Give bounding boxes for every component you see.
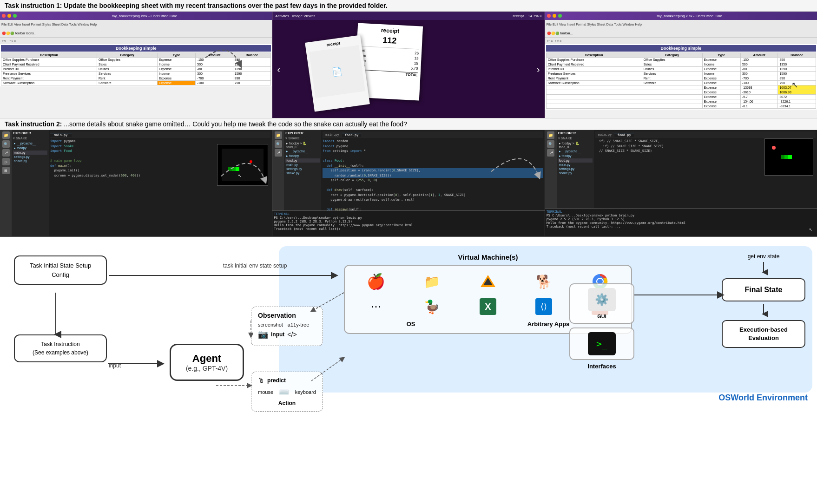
spreadsheet-table-2: DescriptionCategoryTypeAmountBalance Off… (546, 52, 816, 109)
terminal-icon: >_ (588, 332, 616, 355)
file-pycache-2[interactable]: ▸ __pycache__ (285, 149, 320, 154)
git-icon-2[interactable]: ⎇ (275, 149, 282, 157)
file-snakepy-2[interactable]: snake.py (285, 171, 320, 175)
arrow-final-to-eval (759, 304, 768, 318)
debug-icon[interactable]: ▷ (2, 158, 10, 165)
task-initial-arrow-label: task initial env state setup (223, 262, 287, 269)
gimp-icon: 🐕 (534, 271, 554, 292)
screenshot-strip-2: 📁 🔍 ⎇ ▷ ⊞ EXPLORER ▾ SNAKE ▸ __pycache__… (0, 130, 817, 237)
explorer-icon[interactable]: 📁 (2, 131, 10, 139)
os-label: OS (407, 321, 415, 327)
camera-icon: 📷 (258, 329, 268, 340)
get-env-state-label: get env state (748, 253, 780, 260)
file-mainpy[interactable]: main.py (13, 151, 47, 155)
task1-bar: Task instruction 1: Update the bookkeepi… (0, 0, 817, 12)
calc-title-1: my_bookkeeping.xlsx - LibreOffice Calc (19, 14, 270, 18)
vscode-editor-1: main.py import pygame import Snake impor… (49, 130, 272, 236)
diagram-section: OSWorld Environment Task Initial State S… (0, 237, 817, 406)
explorer-icon-2[interactable]: 📁 (275, 131, 282, 139)
observation-box: Observation screenshot a11y-tree 📷 input… (251, 307, 323, 346)
spreadsheet-table: DescriptionCategoryTypeAmountBalance Off… (1, 52, 271, 85)
action-box: 🖱 predict mouse ⌨️ keyboard Action (251, 372, 323, 412)
cursor-predict-icon: 🖱 (258, 377, 264, 384)
agent-sub: (e.g., GPT-4V) (181, 365, 232, 372)
vscode-editor-2: main.py food.py import random import pyg… (321, 130, 544, 236)
task-instruction-box: Task Instruction (See examples above) (14, 334, 107, 362)
vscode-editor-3: main.py food.py if) // SNAKE_SIZE * SNAK… (594, 130, 817, 236)
receipt-title: receipt (361, 26, 421, 36)
arrow-get-env (759, 262, 768, 276)
file-snakepy[interactable]: snake.py (13, 159, 47, 163)
task-instruction-line1: Task Instruction (23, 340, 98, 348)
snake-game-final (764, 138, 813, 176)
cursor-icon: ↖ (791, 80, 798, 90)
svg-rect-4 (482, 285, 494, 287)
screenshot-label: screenshot (258, 322, 283, 327)
search-icon-vs-2[interactable]: 🔍 (275, 140, 282, 148)
file-mainpy-2[interactable]: main.py (285, 163, 320, 167)
file-foodpy-active-3[interactable]: food.py (558, 158, 593, 163)
vm-title: Virtual Machine(s) (344, 253, 632, 261)
task-initial-config-label: Task Initial State Setup Config (14, 255, 107, 285)
eval-label-2: Evaluation (729, 334, 798, 342)
apple-icon: 🍎 (366, 271, 386, 292)
code-icon: </> (287, 331, 296, 338)
file-settingspy-2[interactable]: settings.py (285, 167, 320, 171)
git-icon[interactable]: ⎇ (2, 149, 10, 157)
input-label: input (271, 331, 284, 338)
next-arrow[interactable]: › (537, 64, 540, 74)
spreadsheet-header-2: Bookkeeping simple (546, 45, 816, 52)
gui-label: GUI (597, 314, 606, 319)
gui-icon: ⚙️ (588, 288, 616, 311)
final-state-box: Final State (722, 278, 805, 301)
file-foodpy-3[interactable]: ▸ foodpy (558, 154, 593, 158)
final-state-label: Final State (732, 286, 795, 294)
task2-bar: Task instruction 2: ...some details abou… (0, 118, 817, 130)
explorer-title-3: EXPLORER (558, 131, 593, 135)
vlc-icon (478, 271, 498, 292)
task-instruction-line2: (See examples above) (23, 348, 98, 357)
spreadsheet-header: Bookkeeping simple (1, 45, 271, 52)
screenshot-vscode-initial: 📁 🔍 ⎇ ▷ ⊞ EXPLORER ▾ SNAKE ▸ __pycache__… (0, 130, 272, 236)
folder-icon: 📁 (422, 271, 442, 292)
action-label: Action (258, 400, 316, 406)
ext-icon[interactable]: ⊞ (2, 167, 10, 174)
calc-toolbar-1: File Edit View Insert Format Styles Shee… (0, 20, 272, 29)
predict-label: predict (267, 377, 286, 384)
keyboard-icon: ⌨️ (279, 387, 289, 397)
file-foodpy-active[interactable]: food.py (285, 158, 320, 163)
file-pycache-3[interactable]: ▸ __pycache__ (558, 149, 593, 154)
screenshot-calc-initial: my_bookkeeping.xlsx - LibreOffice Calc F… (0, 12, 272, 118)
screenshot-image-viewer: Activités Image Viewer receipt... 14.7% … (272, 12, 545, 118)
vscode-icon-app: ⟨⟩ (534, 296, 554, 317)
task2-text: ...some details about snake game omitted… (64, 120, 407, 128)
file-foodpy[interactable]: ▸ foodpy (13, 146, 47, 151)
calc-toolbar-2: File Edit View Insert Format Styles Shee… (545, 20, 817, 29)
agent-box: Agent (e.g., GPT-4V) (170, 344, 244, 381)
mouse-label: mouse (258, 389, 273, 395)
interfaces-section: ⚙️ GUI >_ Interfaces (569, 283, 634, 370)
search-icon-vs[interactable]: 🔍 (2, 140, 10, 148)
a11y-label: a11y-tree (288, 322, 309, 327)
file-pycache[interactable]: ▸ __pycache__ (13, 141, 47, 146)
file-snakepy-3[interactable]: snake.py (558, 171, 593, 175)
calc-title-2: my_bookkeeping.xlsx - LibreOffice Calc (564, 14, 815, 18)
search-icon-vs-3[interactable]: 🔍 (547, 140, 554, 148)
task1-label: Task instruction 1: (5, 2, 62, 9)
screenshot-strip-1: my_bookkeeping.xlsx - LibreOffice Calc F… (0, 12, 817, 118)
explorer-icon-3[interactable]: 📁 (547, 131, 554, 139)
agent-title: Agent (181, 353, 232, 365)
file-mainpy-3[interactable]: main.py (558, 163, 593, 167)
snake-game-window: ↖ (217, 144, 268, 186)
screenshot-calc-final: my_bookkeeping.xlsx - LibreOffice Calc F… (545, 12, 817, 118)
screenshot-vscode-editing: 📁 🔍 ⎇ EXPLORER ▾ SNAKE ▸ foodpy > 🐍 food… (272, 130, 545, 236)
file-settingspy-3[interactable]: settings.py (558, 167, 593, 171)
excel-icon: X (478, 296, 498, 317)
file-foodpy-2[interactable]: ▸ foodpy (285, 154, 320, 158)
prev-arrow[interactable]: ‹ (277, 64, 280, 74)
keyboard-label: keyboard (295, 389, 316, 395)
eval-label-1: Execution-based (729, 326, 798, 334)
git-icon-3[interactable]: ⎇ (547, 149, 554, 157)
file-settingspy[interactable]: settings.py (13, 155, 47, 159)
right-eval-panel: get env state Final State Executi (715, 253, 812, 348)
